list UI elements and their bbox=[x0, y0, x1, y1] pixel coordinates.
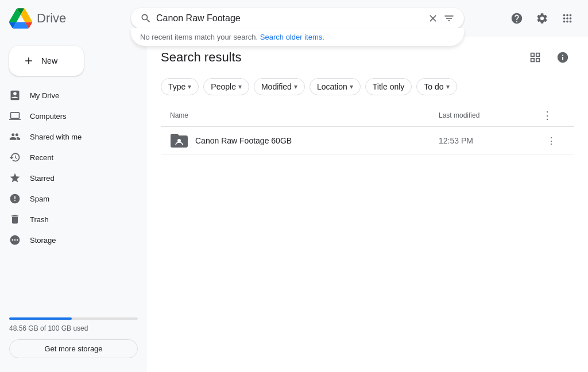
search-older-link[interactable]: Search older items. bbox=[260, 33, 324, 41]
sidebar: New My Drive Computers Shared with me bbox=[0, 37, 147, 372]
filter-label-location: Location bbox=[317, 82, 347, 91]
filter-chevron-modified: ▾ bbox=[294, 83, 297, 91]
storage-icon bbox=[9, 234, 21, 246]
spam-icon bbox=[9, 193, 21, 204]
grid-view-icon bbox=[529, 51, 541, 64]
filter-chevron-people: ▾ bbox=[238, 83, 242, 91]
sidebar-item-label-storage: Storage bbox=[30, 236, 56, 245]
search-icon[interactable] bbox=[140, 13, 152, 24]
my-drive-icon bbox=[9, 90, 21, 101]
filter-label-modified: Modified bbox=[261, 82, 292, 91]
filter-bar: Type ▾ People ▾ Modified ▾ Location ▾ Ti… bbox=[161, 78, 574, 95]
shared-icon bbox=[9, 131, 21, 142]
sidebar-item-starred[interactable]: Starred bbox=[0, 168, 138, 188]
sidebar-item-storage[interactable]: Storage bbox=[0, 230, 138, 250]
sidebar-item-label-starred: Starred bbox=[30, 174, 55, 183]
sidebar-item-label-trash: Trash bbox=[30, 215, 49, 224]
sidebar-item-shared[interactable]: Shared with me bbox=[0, 126, 138, 147]
starred-icon bbox=[9, 172, 21, 184]
storage-used-text: 48.56 GB of 100 GB used bbox=[9, 324, 138, 332]
filter-chevron-type: ▾ bbox=[188, 83, 191, 91]
info-icon bbox=[556, 51, 569, 64]
search-wrapper: No recent items match your search. Searc… bbox=[131, 8, 464, 29]
search-clear-icon[interactable] bbox=[427, 13, 439, 24]
col-header-name: Name bbox=[170, 111, 439, 119]
info-button[interactable] bbox=[551, 46, 574, 69]
search-filter-icon[interactable] bbox=[443, 13, 455, 24]
topbar-actions bbox=[505, 7, 579, 30]
search-hint-text: No recent items match your search. bbox=[140, 33, 258, 41]
new-button[interactable]: New bbox=[9, 46, 84, 76]
file-name: Canon Raw Footage 60GB bbox=[195, 136, 439, 145]
plus-icon bbox=[23, 55, 34, 67]
file-table: Name Last modified ⋮ Canon Raw Footage 6… bbox=[161, 104, 574, 155]
filter-chip-to-do[interactable]: To do ▾ bbox=[416, 78, 457, 95]
filter-chevron-to-do: ▾ bbox=[446, 83, 450, 91]
content-area: Search results Type ▾ bbox=[147, 37, 588, 372]
filter-chevron-location: ▾ bbox=[350, 83, 353, 91]
table-row[interactable]: Canon Raw Footage 60GB 12:53 PM ⋮ bbox=[161, 127, 574, 155]
grid-view-button[interactable] bbox=[524, 46, 547, 69]
sidebar-item-label-recent: Recent bbox=[30, 153, 53, 162]
col-header-modified: Last modified bbox=[439, 111, 542, 119]
sidebar-item-spam[interactable]: Spam bbox=[0, 188, 138, 209]
filter-chip-type[interactable]: Type ▾ bbox=[161, 78, 199, 95]
search-box bbox=[131, 8, 464, 29]
file-modified: 12:53 PM bbox=[439, 136, 542, 145]
file-icon bbox=[170, 131, 188, 150]
sidebar-item-label-shared: Shared with me bbox=[30, 133, 82, 141]
sidebar-item-label-spam: Spam bbox=[30, 195, 49, 203]
sidebar-item-label-my-drive: My Drive bbox=[30, 91, 59, 100]
table-header: Name Last modified ⋮ bbox=[161, 104, 574, 127]
get-storage-button[interactable]: Get more storage bbox=[9, 339, 138, 358]
settings-button[interactable] bbox=[531, 7, 554, 30]
filter-chip-location[interactable]: Location ▾ bbox=[310, 78, 361, 95]
filter-label-type: Type bbox=[168, 82, 185, 91]
col-header-actions: ⋮ bbox=[542, 109, 565, 122]
new-button-label: New bbox=[41, 56, 57, 65]
sidebar-item-recent[interactable]: Recent bbox=[0, 147, 138, 168]
filter-chip-title-only[interactable]: Title only bbox=[365, 78, 412, 95]
filter-label-to-do: To do bbox=[424, 82, 443, 91]
sidebar-item-my-drive[interactable]: My Drive bbox=[0, 85, 138, 106]
drive-logo-icon bbox=[9, 7, 32, 30]
sidebar-item-computers[interactable]: Computers bbox=[0, 106, 138, 126]
row-actions: ⋮ bbox=[542, 131, 565, 150]
page-title: Search results bbox=[161, 50, 242, 65]
table-menu-icon[interactable]: ⋮ bbox=[542, 110, 552, 121]
row-menu-button[interactable]: ⋮ bbox=[542, 131, 560, 150]
storage-section: 48.56 GB of 100 GB used Get more storage bbox=[0, 308, 147, 367]
folder-shared-icon bbox=[170, 133, 188, 149]
sidebar-item-trash[interactable]: Trash bbox=[0, 209, 138, 230]
main-layout: New My Drive Computers Shared with me bbox=[0, 37, 588, 372]
search-hint: No recent items match your search. Searc… bbox=[131, 28, 464, 46]
svg-point-0 bbox=[177, 139, 181, 142]
topbar: Drive No recent items match your sea bbox=[0, 0, 588, 37]
filter-chip-people[interactable]: People ▾ bbox=[203, 78, 249, 95]
filter-label-people: People bbox=[211, 82, 236, 91]
filter-label-title-only: Title only bbox=[373, 82, 405, 91]
sidebar-item-label-computers: Computers bbox=[30, 112, 67, 121]
view-actions bbox=[524, 46, 574, 69]
content-header: Search results bbox=[161, 46, 574, 69]
apps-button[interactable] bbox=[556, 7, 579, 30]
app-name: Drive bbox=[37, 11, 66, 26]
computers-icon bbox=[9, 110, 21, 122]
filter-chip-modified[interactable]: Modified ▾ bbox=[254, 78, 305, 95]
storage-bar-container bbox=[9, 317, 138, 320]
recent-icon bbox=[9, 152, 21, 163]
trash-icon bbox=[9, 214, 21, 225]
logo-area: Drive bbox=[9, 7, 124, 30]
help-button[interactable] bbox=[505, 7, 528, 30]
search-input[interactable] bbox=[152, 13, 427, 24]
storage-bar-fill bbox=[9, 317, 72, 320]
